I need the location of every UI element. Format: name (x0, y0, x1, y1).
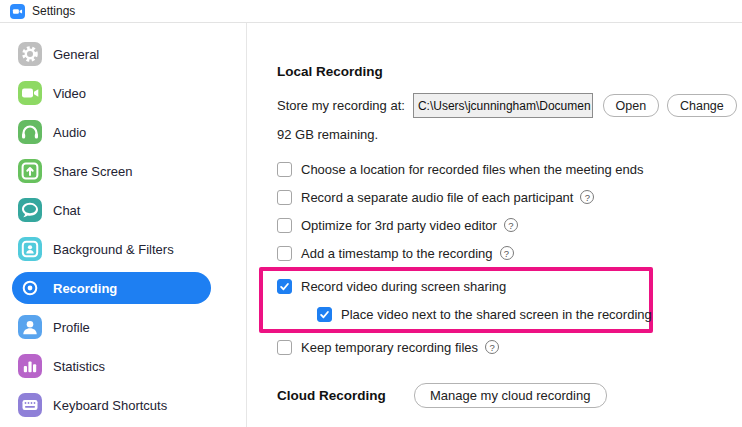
recording-option-row[interactable]: Optimize for 3rd party video editor ? (277, 211, 742, 239)
sidebar-item-profile[interactable]: Profile (12, 311, 211, 343)
option-label: Optimize for 3rd party video editor (301, 218, 497, 233)
background-filters-icon (18, 237, 42, 261)
chat-bubble-icon (18, 198, 42, 222)
checkbox[interactable] (277, 279, 292, 294)
sidebar-item-label: Share Screen (53, 164, 133, 179)
recording-option-row[interactable]: Add a timestamp to the recording ? (277, 239, 742, 267)
option-label: Record a separate audio file of each par… (301, 190, 573, 205)
open-button[interactable]: Open (603, 94, 659, 117)
sidebar-item-general[interactable]: General (12, 38, 211, 70)
sidebar-item-label: Keyboard Shortcuts (53, 398, 167, 413)
help-icon[interactable]: ? (504, 218, 518, 232)
statistics-icon (18, 354, 42, 378)
option-label: Record video during screen sharing (301, 279, 506, 294)
checkbox[interactable] (277, 246, 292, 261)
sidebar-item-keyboard-shortcuts[interactable]: Keyboard Shortcuts (12, 389, 211, 421)
recording-settings-panel: Local Recording Store my recording at: C… (247, 23, 742, 427)
store-location-label: Store my recording at: (277, 98, 405, 113)
recording-options-list: Choose a location for recorded files whe… (277, 155, 742, 361)
checkbox[interactable] (277, 190, 292, 205)
recording-option-row[interactable]: Keep temporary recording files ? (277, 333, 742, 361)
checkbox[interactable] (277, 162, 292, 177)
manage-cloud-recording-button[interactable]: Manage my cloud recording (414, 383, 607, 408)
sidebar-item-video[interactable]: Video (12, 77, 211, 109)
sidebar-item-label: General (53, 47, 99, 62)
headphones-icon (18, 120, 42, 144)
profile-icon (18, 315, 42, 339)
checkbox[interactable] (277, 218, 292, 233)
record-icon (18, 276, 42, 300)
option-label: Choose a location for recorded files whe… (301, 162, 644, 177)
disk-space-remaining: 92 GB remaining. (277, 127, 742, 142)
checkbox[interactable] (317, 307, 332, 322)
recording-path-input[interactable]: C:\Users\jcunningham\Documen (413, 93, 593, 118)
window-body: General Video Audio Share Screen Chat Ba… (0, 23, 742, 427)
recording-option-row[interactable]: Record video during screen sharing (277, 272, 649, 300)
gear-icon (18, 42, 42, 66)
window-title: Settings (32, 4, 75, 18)
sidebar-item-label: Video (53, 86, 86, 101)
sidebar-item-audio[interactable]: Audio (12, 116, 211, 148)
settings-window: Settings General Video Audio Share Scree… (0, 0, 742, 427)
sidebar: General Video Audio Share Screen Chat Ba… (0, 23, 247, 427)
cloud-recording-row: Cloud Recording Manage my cloud recordin… (277, 383, 742, 408)
option-label: Keep temporary recording files (301, 340, 478, 355)
sidebar-item-label: Audio (53, 125, 86, 140)
local-recording-title: Local Recording (277, 64, 742, 79)
sidebar-item-recording[interactable]: Recording (12, 272, 211, 304)
help-icon[interactable]: ? (580, 190, 594, 204)
zoom-app-icon (10, 4, 25, 19)
sidebar-item-label: Chat (53, 203, 80, 218)
titlebar: Settings (0, 0, 742, 23)
sidebar-item-chat[interactable]: Chat (12, 194, 211, 226)
sidebar-item-label: Statistics (53, 359, 105, 374)
keyboard-icon (18, 393, 42, 417)
sidebar-item-statistics[interactable]: Statistics (12, 350, 211, 382)
video-camera-icon (18, 81, 42, 105)
sidebar-item-background-filters[interactable]: Background & Filters (12, 233, 211, 265)
option-label: Place video next to the shared screen in… (341, 307, 652, 322)
store-location-row: Store my recording at: C:\Users\jcunning… (277, 93, 742, 118)
help-icon[interactable]: ? (500, 246, 514, 260)
sidebar-item-label: Background & Filters (53, 242, 174, 257)
recording-option-row[interactable]: Choose a location for recorded files whe… (277, 155, 742, 183)
recording-option-row[interactable]: Record a separate audio file of each par… (277, 183, 742, 211)
cloud-recording-title: Cloud Recording (277, 388, 386, 403)
share-screen-icon (18, 159, 42, 183)
help-icon[interactable]: ? (485, 340, 499, 354)
sidebar-item-label: Profile (53, 320, 90, 335)
change-button[interactable]: Change (667, 94, 737, 117)
checkbox[interactable] (277, 340, 292, 355)
sidebar-item-share-screen[interactable]: Share Screen (12, 155, 211, 187)
option-label: Add a timestamp to the recording (301, 246, 493, 261)
recording-path-value: C:\Users\jcunningham\Documen (418, 99, 591, 113)
recording-option-row[interactable]: Place video next to the shared screen in… (277, 300, 649, 328)
sidebar-item-label: Recording (53, 281, 117, 296)
highlight-annotation-box: Record video during screen sharing Place… (259, 267, 653, 333)
